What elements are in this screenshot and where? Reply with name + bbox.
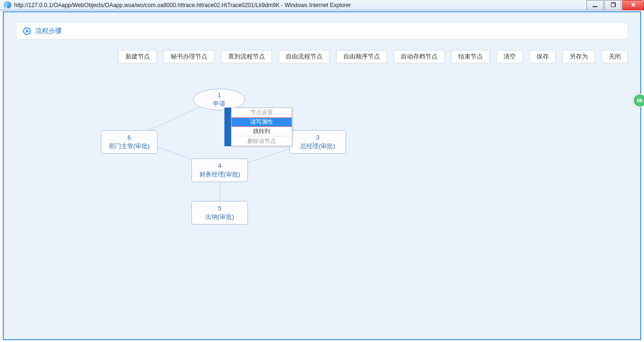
close-window-button[interactable]: ✕	[622, 0, 644, 10]
ctx-jump-to[interactable]: 跳转到	[231, 127, 292, 136]
minimize-button[interactable]	[586, 0, 603, 10]
node-number: 6	[127, 133, 131, 142]
flow-canvas[interactable]: 1 申请 6 部门主管(审批) 3 总经理(审批) 4 财务经理(审批) 5 出…	[16, 69, 628, 330]
save-button[interactable]: 保存	[529, 50, 556, 63]
ctx-node-settings: 节点设置	[231, 108, 292, 117]
free-order-node-button[interactable]: 自由顺序节点	[336, 50, 387, 63]
node-label: 总经理(审批)	[300, 142, 335, 150]
flow-node-5[interactable]: 5 出纳(审批)	[191, 201, 248, 225]
free-flow-node-button[interactable]: 自由流程节点	[279, 50, 330, 63]
svg-line-0	[143, 104, 206, 133]
end-node-button[interactable]: 结束节点	[451, 50, 490, 63]
node-number: 3	[316, 133, 319, 142]
close-button[interactable]: 关闭	[602, 50, 628, 63]
node-number: 5	[218, 204, 221, 213]
browser-titlebar: http://127.0.0.1/OAapp/WebObjects/OAapp.…	[0, 0, 644, 10]
badge-value: 66	[637, 98, 643, 103]
svg-line-3	[247, 147, 294, 163]
node-label: 部门主管(审批)	[109, 142, 150, 150]
clear-button[interactable]: 清空	[496, 50, 523, 63]
node-number: 1	[217, 91, 221, 100]
browser-url: http://127.0.0.1/OAapp/WebObjects/OAapp.…	[14, 2, 586, 8]
flow-node-3[interactable]: 3 总经理(审批)	[289, 130, 346, 154]
until-flow-node-button[interactable]: 直到流程节点	[221, 50, 272, 63]
node-label: 申请	[213, 100, 225, 108]
ctx-read-write[interactable]: 读写属性	[231, 117, 292, 127]
maximize-button[interactable]	[604, 0, 621, 10]
panel-title: 流程步骤	[35, 27, 62, 35]
new-node-button[interactable]: 新建节点	[118, 50, 157, 63]
floating-badge[interactable]: 66	[633, 93, 644, 108]
content-frame: 流程步骤 新建节点 秘书办理节点 直到流程节点 自由流程节点 自由顺序节点 自动…	[3, 11, 641, 340]
context-menu-handle	[224, 108, 231, 146]
ie-icon	[4, 1, 11, 9]
window-controls: ✕	[586, 0, 644, 10]
node-number: 4	[218, 162, 221, 170]
node-label: 出纳(审批)	[206, 213, 234, 221]
flow-edges	[16, 69, 628, 330]
context-menu: 节点设置 读写属性 跳转到 删除该节点	[231, 108, 292, 146]
secretary-node-button[interactable]: 秘书办理节点	[164, 50, 215, 63]
flow-node-6[interactable]: 6 部门主管(审批)	[101, 130, 157, 154]
save-as-button[interactable]: 另存为	[562, 50, 595, 63]
auto-archive-node-button[interactable]: 自动存档节点	[394, 50, 445, 63]
play-icon	[23, 27, 31, 35]
node-label: 财务经理(审批)	[199, 170, 240, 179]
ctx-delete-node: 删除该节点	[231, 136, 292, 146]
toolbar: 新建节点 秘书办理节点 直到流程节点 自由流程节点 自由顺序节点 自动存档节点 …	[16, 46, 628, 68]
panel-header: 流程步骤	[16, 23, 628, 40]
flow-node-4[interactable]: 4 财务经理(审批)	[191, 158, 248, 182]
